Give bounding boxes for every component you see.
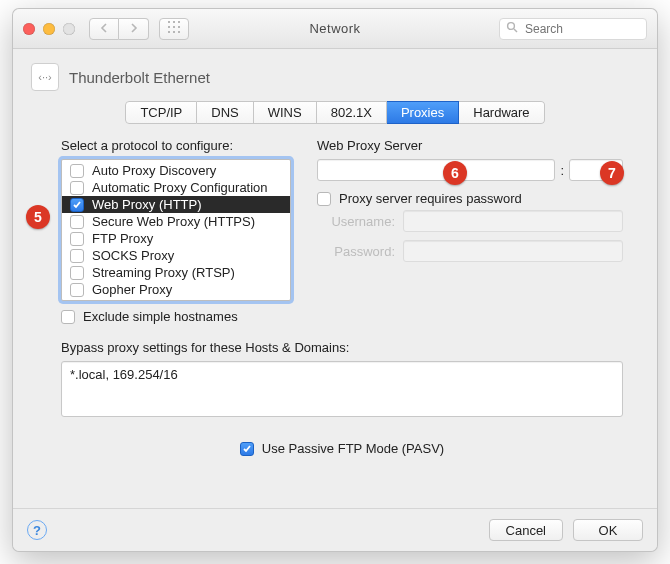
callout-badge-7: 7 [600,161,624,185]
protocol-label: Auto Proxy Discovery [92,163,216,178]
protocol-checkbox[interactable] [70,232,84,246]
protocol-checkbox[interactable] [70,164,84,178]
search-field[interactable] [499,18,647,40]
protocol-label: Automatic Proxy Configuration [92,180,268,195]
protocol-row[interactable]: Auto Proxy Discovery [62,162,290,179]
protocol-row[interactable]: SOCKS Proxy [62,247,290,264]
password-row: Password: [317,240,623,262]
svg-rect-7 [173,31,175,33]
grid-icon [168,21,180,36]
tabs: TCP/IPDNSWINS802.1XProxiesHardware [125,101,544,124]
username-label: Username: [317,214,395,229]
tab-hardware[interactable]: Hardware [459,101,544,124]
protocol-checkbox[interactable] [70,249,84,263]
search-input[interactable] [523,21,640,37]
svg-rect-5 [178,26,180,28]
proxy-host-input[interactable] [317,159,555,181]
svg-rect-2 [178,21,180,23]
svg-rect-0 [168,21,170,23]
svg-line-10 [514,29,517,32]
cancel-button[interactable]: Cancel [489,519,563,541]
svg-rect-4 [173,26,175,28]
protocol-label: Web Proxy (HTTP) [92,197,202,212]
protocol-label: FTP Proxy [92,231,153,246]
exclude-simple-label: Exclude simple hostnames [83,309,238,324]
zoom-window-button [63,23,75,35]
proxy-server-row: : [317,159,623,181]
tab-dns[interactable]: DNS [197,101,253,124]
requires-password-label: Proxy server requires password [339,191,522,206]
protocol-row[interactable]: Secure Web Proxy (HTTPS) [62,213,290,230]
nav-back-button[interactable] [89,18,119,40]
protocol-row[interactable]: Gopher Proxy [62,281,290,298]
window-controls [23,23,75,35]
sheet-footer: ? Cancel OK [13,508,657,551]
bypass-textarea[interactable]: *.local, 169.254/16 [61,361,623,417]
protocol-checkbox[interactable] [70,283,84,297]
proxies-pane: Select a protocol to configure: Auto Pro… [13,138,657,508]
close-window-button[interactable] [23,23,35,35]
web-proxy-server-label: Web Proxy Server [317,138,623,153]
password-label: Password: [317,244,395,259]
protocol-row[interactable]: Web Proxy (HTTP) [62,196,290,213]
tab-wins[interactable]: WINS [254,101,317,124]
tabs-row: TCP/IPDNSWINS802.1XProxiesHardware [13,97,657,138]
chevron-right-icon [130,22,138,36]
help-button[interactable]: ? [27,520,47,540]
host-port-separator: : [560,163,564,178]
show-all-button[interactable] [159,18,189,40]
tab-tcp-ip[interactable]: TCP/IP [125,101,197,124]
svg-rect-3 [168,26,170,28]
username-row: Username: [317,210,623,232]
passive-ftp-row[interactable]: Use Passive FTP Mode (PASV) [240,441,444,456]
callout-badge-6: 6 [443,161,467,185]
svg-rect-1 [173,21,175,23]
protocol-row[interactable]: Streaming Proxy (RTSP) [62,264,290,281]
protocol-checkbox[interactable] [70,215,84,229]
svg-rect-6 [168,31,170,33]
protocol-list[interactable]: Auto Proxy DiscoveryAutomatic Proxy Conf… [61,159,291,301]
chevron-left-icon [100,22,108,36]
protocol-checkbox[interactable] [70,181,84,195]
bypass-label: Bypass proxy settings for these Hosts & … [61,340,623,355]
requires-password-row[interactable]: Proxy server requires password [317,191,623,206]
exclude-simple-hostnames[interactable]: Exclude simple hostnames [61,309,291,324]
ethernet-icon: ‹··› [31,63,59,91]
bypass-value: *.local, 169.254/16 [70,367,178,382]
titlebar: Network [13,9,657,49]
requires-password-checkbox[interactable] [317,192,331,206]
protocol-row[interactable]: Automatic Proxy Configuration [62,179,290,196]
ok-button[interactable]: OK [573,519,643,541]
minimize-window-button[interactable] [43,23,55,35]
tab-proxies[interactable]: Proxies [387,101,459,124]
nav-forward-button[interactable] [119,18,149,40]
passive-ftp-checkbox[interactable] [240,442,254,456]
connection-name: Thunderbolt Ethernet [69,69,210,86]
username-input [403,210,623,232]
protocol-checkbox[interactable] [70,198,84,212]
protocol-label: Streaming Proxy (RTSP) [92,265,235,280]
tab-802-1x[interactable]: 802.1X [317,101,387,124]
passive-ftp-label: Use Passive FTP Mode (PASV) [262,441,444,456]
password-input [403,240,623,262]
nav-back-forward [89,18,149,40]
connection-header: ‹··› Thunderbolt Ethernet [13,49,657,97]
svg-point-9 [508,23,515,30]
network-advanced-window: Network ‹··› Thunderbolt Ethernet TCP/IP… [12,8,658,552]
protocol-checkbox[interactable] [70,266,84,280]
search-icon [506,21,523,36]
protocol-label: Gopher Proxy [92,282,172,297]
exclude-simple-checkbox[interactable] [61,310,75,324]
protocol-row[interactable]: FTP Proxy [62,230,290,247]
svg-rect-8 [178,31,180,33]
protocol-label: Secure Web Proxy (HTTPS) [92,214,255,229]
callout-badge-5: 5 [26,205,50,229]
protocol-label: SOCKS Proxy [92,248,174,263]
select-protocol-label: Select a protocol to configure: [61,138,291,153]
